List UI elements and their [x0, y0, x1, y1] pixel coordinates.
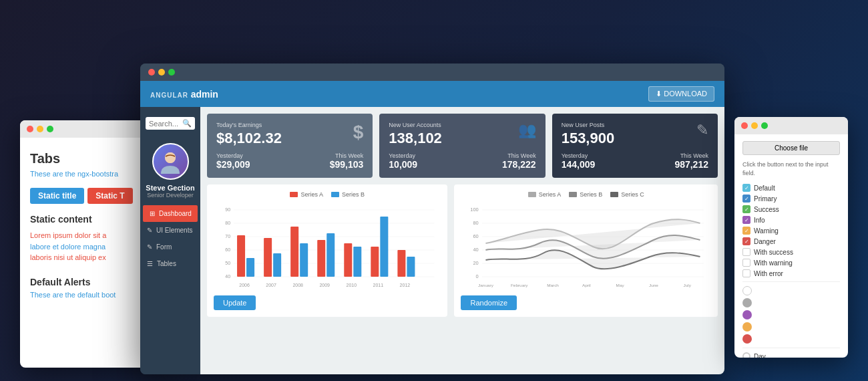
- dot-red: [27, 126, 33, 132]
- checkbox-info-label: Info: [754, 217, 765, 224]
- checkbox-primary[interactable]: ✓ Primary: [742, 195, 840, 203]
- hint-text: Click the button next to the input field…: [742, 160, 840, 177]
- choose-file-button[interactable]: Choose file: [742, 141, 840, 155]
- checkbox-default[interactable]: ✓ Default: [742, 184, 840, 192]
- svg-text:90: 90: [225, 207, 230, 212]
- checkbox-danger-label: Danger: [754, 238, 776, 245]
- user-name: Steve Gection: [144, 184, 197, 192]
- checkbox-info[interactable]: ✓ Info: [742, 216, 840, 224]
- update-button[interactable]: Update: [214, 295, 256, 310]
- svg-text:40: 40: [225, 274, 230, 279]
- svg-rect-27: [407, 257, 415, 277]
- stat-users-value: 138,102: [389, 130, 442, 147]
- color-circle-white: [742, 286, 752, 295]
- tables-icon: ☰: [147, 260, 153, 267]
- svg-text:0: 0: [476, 273, 479, 279]
- checkbox-with-error[interactable]: With error: [742, 269, 840, 277]
- bar-chart: 90 80 70 60 50 40: [214, 203, 441, 290]
- svg-text:60: 60: [473, 233, 479, 239]
- color-circle-orange: [742, 322, 752, 332]
- svg-text:2007: 2007: [266, 283, 276, 287]
- dot-red-main: [148, 69, 155, 76]
- svg-text:April: April: [582, 283, 591, 287]
- checkbox-primary-label: Primary: [754, 195, 777, 203]
- bar-chart-legend: Series A Series B: [214, 191, 441, 198]
- stat-earnings-label: Today's Earnings: [216, 122, 282, 128]
- svg-rect-20: [317, 240, 325, 277]
- stat-users-icon: 👥: [518, 122, 536, 139]
- stat-earnings-icon: $: [353, 122, 364, 143]
- avatar-image: [157, 148, 184, 175]
- tab-btn-static-title[interactable]: Static title: [30, 188, 84, 204]
- nav-item-form[interactable]: ✎ Form: [140, 239, 200, 255]
- content-area: Today's Earnings $8,102.32 $ Yesterday $…: [200, 107, 724, 374]
- form-icon: ✎: [147, 243, 152, 251]
- navbar: ANGULAR admin ⬇ DOWNLOAD: [140, 81, 724, 107]
- nav-label-ui: UI Elements: [156, 227, 192, 234]
- checkbox-warning-box: ✓: [742, 227, 750, 235]
- color-dots: [742, 286, 840, 344]
- checkbox-success[interactable]: ✓ Success: [742, 205, 840, 213]
- download-button[interactable]: ⬇ DOWNLOAD: [648, 86, 714, 102]
- legend-line-c: Series C: [610, 191, 644, 198]
- search-input[interactable]: [149, 120, 182, 128]
- checkbox-info-box: ✓: [742, 216, 750, 224]
- checkbox-success-box: ✓: [742, 205, 750, 213]
- avatar-section: Steve Gection Senior Developer: [140, 136, 200, 205]
- checkbox-warning-label: Warning: [754, 227, 779, 235]
- nav-item-ui[interactable]: ✎ UI Elements: [140, 222, 200, 239]
- svg-text:2009: 2009: [319, 283, 330, 287]
- svg-text:2011: 2011: [373, 283, 384, 287]
- svg-text:2006: 2006: [239, 283, 250, 287]
- stat-earnings-week-label: This Week: [330, 152, 364, 159]
- dot-yellow-main: [158, 69, 165, 76]
- svg-text:July: July: [684, 283, 692, 287]
- svg-text:2012: 2012: [400, 283, 411, 287]
- search-box[interactable]: 🔍: [146, 117, 195, 130]
- tabs-title: Tabs: [30, 151, 157, 166]
- line-chart-card: Series A Series B Series C: [454, 184, 718, 317]
- nav-item-dashboard[interactable]: ⊞ Dashboard: [143, 205, 198, 222]
- svg-rect-23: [353, 247, 361, 277]
- checkbox-with-error-box: [742, 269, 750, 277]
- stat-posts-footer: Yesterday 144,009 This Week 987,212: [562, 152, 708, 170]
- randomize-button[interactable]: Randomize: [461, 295, 517, 310]
- checkbox-warning[interactable]: ✓ Warning: [742, 227, 840, 235]
- checkbox-with-success-box: [742, 248, 750, 256]
- nav-item-tables[interactable]: ☰ Tables: [140, 255, 200, 272]
- radio-day-dot: [742, 352, 750, 358]
- bar-chart-card: Series A Series B: [207, 184, 447, 317]
- dot-red-right: [741, 122, 748, 129]
- svg-rect-21: [327, 233, 335, 277]
- titlebar-right: [734, 117, 848, 134]
- checkbox-danger[interactable]: ✓ Danger: [742, 237, 840, 245]
- color-circle-red: [742, 334, 752, 344]
- checkbox-with-error-label: With error: [754, 270, 783, 277]
- checkbox-with-success[interactable]: With success: [742, 248, 840, 256]
- svg-text:2010: 2010: [346, 283, 357, 287]
- checkbox-default-box: ✓: [742, 184, 750, 192]
- svg-rect-16: [264, 238, 272, 277]
- color-circle-gray: [742, 298, 752, 307]
- charts-row: Series A Series B: [207, 184, 718, 317]
- radio-day[interactable]: Day: [742, 352, 840, 358]
- line-chart-legend: Series A Series B Series C: [461, 191, 711, 198]
- svg-text:2008: 2008: [292, 283, 303, 287]
- ui-icon: ✎: [147, 227, 152, 234]
- tab-btn-static-t[interactable]: Static T: [87, 188, 132, 204]
- svg-rect-26: [397, 250, 405, 277]
- static-content: Static content Lorem ipsum dolor sit a l…: [30, 214, 157, 263]
- legend-dot-line-a: [528, 192, 536, 197]
- color-row-white: [742, 286, 840, 295]
- color-row-gray: [742, 298, 840, 307]
- color-row-orange: [742, 322, 840, 332]
- nav-label-form: Form: [156, 243, 172, 251]
- nav-label-tables: Tables: [157, 260, 176, 267]
- svg-text:100: 100: [471, 207, 479, 213]
- stat-card-earnings: Today's Earnings $8,102.32 $ Yesterday $…: [207, 114, 373, 178]
- svg-rect-14: [237, 235, 245, 277]
- svg-rect-19: [300, 243, 308, 277]
- svg-text:January: January: [479, 283, 495, 287]
- line-chart: 100 80 60 40 20 0: [461, 203, 711, 290]
- checkbox-with-warning[interactable]: With warning: [742, 259, 840, 267]
